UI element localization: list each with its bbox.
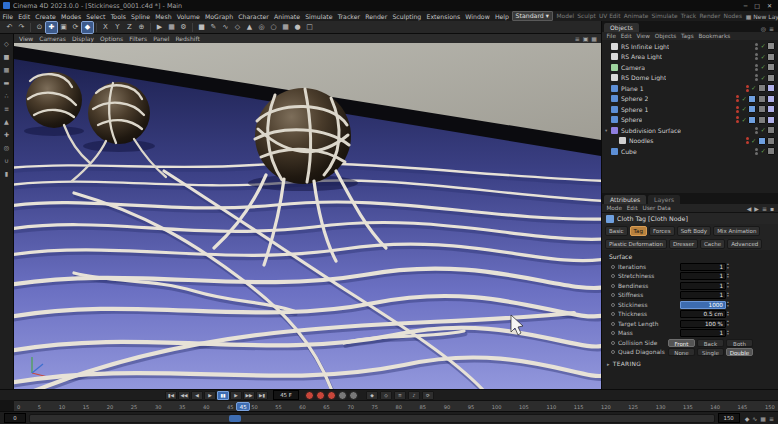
- keyframe-dot-icon[interactable]: [611, 341, 615, 345]
- param-input[interactable]: 1: [680, 282, 726, 290]
- viewport-menu-options[interactable]: Options: [97, 35, 126, 42]
- pause-icon[interactable]: ▮▮: [217, 391, 229, 400]
- tag-icon[interactable]: [767, 74, 775, 82]
- objects-menu-view[interactable]: View: [634, 33, 652, 39]
- next-frame-icon[interactable]: ▶: [230, 391, 242, 400]
- ruler-tick[interactable]: 55: [275, 404, 281, 410]
- texture-mode-icon[interactable]: ▦: [2, 64, 12, 74]
- tag-icon[interactable]: [748, 105, 756, 113]
- visibility-dot[interactable]: [746, 137, 749, 140]
- spinner-down-icon[interactable]: ▾: [727, 295, 729, 298]
- loop-icon[interactable]: ⟳: [422, 391, 434, 400]
- spinner-down-icon[interactable]: ▾: [727, 324, 729, 327]
- tag-icon[interactable]: [767, 105, 775, 113]
- visibility-dots[interactable]: [755, 64, 758, 71]
- spinner-icon[interactable]: ▴▾: [727, 311, 729, 318]
- timeline-slider[interactable]: [29, 414, 715, 423]
- ruler-tick[interactable]: 105: [519, 404, 529, 410]
- group-tab-soft-body[interactable]: Soft Body: [677, 226, 712, 236]
- next-key-icon[interactable]: ▶▶: [243, 391, 255, 400]
- visibility-dot[interactable]: [736, 120, 739, 123]
- param-input[interactable]: 0.5 cm: [680, 310, 726, 318]
- menu-window[interactable]: Window: [463, 13, 493, 20]
- range-start-field[interactable]: 0: [4, 413, 26, 423]
- viewport-menu-filters[interactable]: Filters: [126, 35, 150, 42]
- ruler-tick[interactable]: 100: [492, 404, 502, 410]
- group-tab-dresser[interactable]: Dresser: [669, 239, 698, 249]
- object-row-rs-area-light[interactable]: RS Area Light✓: [602, 52, 778, 63]
- menu-create[interactable]: Create: [33, 13, 59, 20]
- goto-start-icon[interactable]: ▮◀: [165, 391, 177, 400]
- range-end-field[interactable]: 150: [718, 413, 740, 423]
- enabled-check-icon[interactable]: ✓: [761, 75, 766, 81]
- option-back[interactable]: Back: [697, 339, 724, 347]
- menu-sculpting[interactable]: Sculpting: [390, 13, 424, 20]
- menu-tools[interactable]: Tools: [108, 13, 128, 20]
- render-picture-viewer-icon[interactable]: ▦: [166, 22, 177, 33]
- visibility-dot[interactable]: [736, 106, 739, 109]
- slider-thumb[interactable]: [229, 415, 241, 422]
- object-row-camera[interactable]: Camera✓: [602, 62, 778, 73]
- enabled-check-icon[interactable]: ✓: [761, 127, 766, 133]
- group-tab-basic[interactable]: Basic: [605, 226, 628, 236]
- new-layout-button[interactable]: ▦ New Layout: [746, 13, 778, 20]
- objects-menu-file[interactable]: File: [604, 33, 618, 39]
- option-none[interactable]: None: [668, 348, 695, 356]
- ruler-tick[interactable]: 140: [710, 404, 720, 410]
- visibility-dot[interactable]: [755, 148, 758, 151]
- ruler-tick[interactable]: 70: [347, 404, 353, 410]
- add-cube-icon[interactable]: ■: [196, 22, 207, 33]
- subdivision-generator-icon[interactable]: ◇: [232, 22, 243, 33]
- object-row-subdivision-surface[interactable]: ▾Subdivision Surface✓: [602, 125, 778, 136]
- viewport-menu-redshift[interactable]: Redshift: [172, 35, 202, 42]
- visibility-dot[interactable]: [746, 85, 749, 88]
- ruler-tick[interactable]: 135: [683, 404, 693, 410]
- ruler-tick[interactable]: 0: [17, 404, 20, 410]
- group-tab-forces[interactable]: Forces: [649, 226, 675, 236]
- enabled-check-icon[interactable]: ✓: [742, 117, 747, 123]
- viewport-options-icon[interactable]: ≡: [575, 35, 580, 42]
- tag-icon[interactable]: [767, 137, 775, 145]
- visibility-dots[interactable]: [755, 74, 758, 81]
- ruler-tick[interactable]: 65: [323, 404, 329, 410]
- visibility-dot[interactable]: [736, 116, 739, 119]
- render-region-icon[interactable]: □: [304, 22, 315, 33]
- tag-icon[interactable]: [767, 116, 775, 124]
- ruler-tick[interactable]: 115: [574, 404, 584, 410]
- menu-edit[interactable]: Edit: [16, 13, 33, 20]
- tag-icon[interactable]: [767, 95, 775, 103]
- maximize-button[interactable]: □: [754, 2, 760, 9]
- objects-menu-bookmarks[interactable]: Bookmarks: [696, 33, 733, 39]
- pen-tool-icon[interactable]: ✎: [208, 22, 219, 33]
- ruler-tick[interactable]: 125: [628, 404, 638, 410]
- menu-render[interactable]: Render: [363, 13, 390, 20]
- spinner-down-icon[interactable]: ▾: [727, 305, 729, 308]
- move-tool-icon[interactable]: ✚: [46, 22, 57, 33]
- axis-x-lock-icon[interactable]: X: [100, 22, 111, 33]
- record-position-icon[interactable]: [327, 391, 336, 400]
- visibility-dot[interactable]: [755, 53, 758, 56]
- keyframe-dot-icon[interactable]: [611, 274, 615, 278]
- tag-icon[interactable]: [748, 116, 756, 124]
- param-input[interactable]: 1: [680, 291, 726, 299]
- simulation-icon[interactable]: ●: [292, 22, 303, 33]
- workplane-lock-icon[interactable]: ▮: [2, 168, 12, 178]
- object-row-sphere[interactable]: Sphere✓: [602, 115, 778, 126]
- menu-character[interactable]: Character: [236, 13, 272, 20]
- visibility-dot[interactable]: [736, 99, 739, 102]
- objects-menu-objects[interactable]: Objects: [652, 33, 678, 39]
- quad-view-icon[interactable]: ▦: [591, 35, 597, 42]
- attr-panel-menu-icon[interactable]: ≡: [762, 205, 767, 212]
- tag-icon[interactable]: [758, 95, 766, 103]
- visibility-dots[interactable]: [736, 95, 739, 102]
- spinner-icon[interactable]: ▴▾: [727, 263, 729, 270]
- visibility-dot[interactable]: [755, 131, 758, 134]
- param-input[interactable]: 1: [680, 263, 726, 271]
- spinner-down-icon[interactable]: ▾: [727, 276, 729, 279]
- tag-icon[interactable]: [767, 147, 775, 155]
- keyframe-dot-icon[interactable]: [611, 284, 615, 288]
- volume-icon[interactable]: ▦: [280, 22, 291, 33]
- ruler-tick[interactable]: 75: [371, 404, 377, 410]
- ruler-tick[interactable]: 45: [227, 404, 233, 410]
- render-view-icon[interactable]: ▶: [154, 22, 165, 33]
